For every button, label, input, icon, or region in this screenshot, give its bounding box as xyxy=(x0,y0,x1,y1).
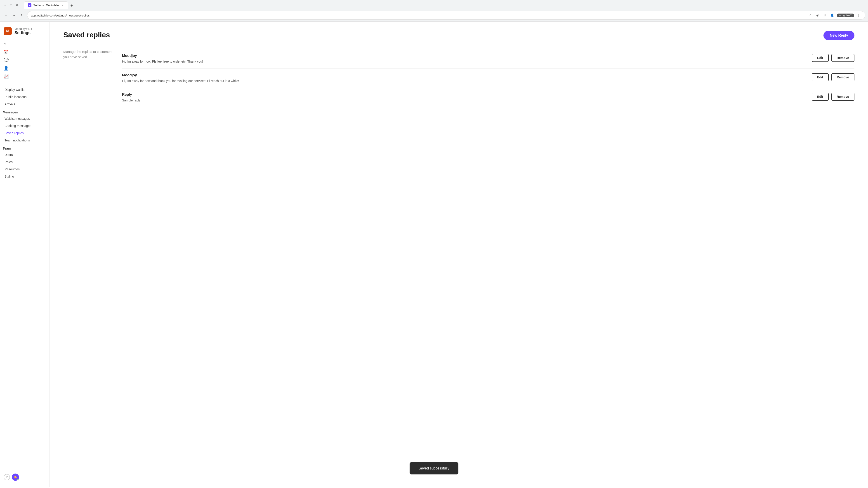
reply-name-2: Moodjoy xyxy=(122,73,807,77)
sidebar-item-resources[interactable]: Resources xyxy=(2,166,48,173)
reply-name-3: Reply xyxy=(122,93,807,97)
new-reply-button[interactable]: New Reply xyxy=(824,31,855,40)
reply-actions-3: Edit Remove xyxy=(812,93,855,101)
menu-icon[interactable]: ⋮ xyxy=(856,13,862,18)
new-tab-button[interactable]: + xyxy=(68,2,75,9)
reply-content-3: Reply Sample reply xyxy=(122,93,807,103)
forward-button[interactable]: → xyxy=(11,12,17,19)
address-bar-icons: ☆ ☯ ⇓ 👤 Incognito (2) ⋮ xyxy=(808,13,862,18)
sidebar-item-users[interactable]: Users xyxy=(2,151,48,158)
account-label: Moodjoy7434 xyxy=(14,27,32,31)
logo-info: Moodjoy7434 Settings xyxy=(14,27,32,35)
online-status-dot xyxy=(17,479,19,481)
messages-section-title: Messages xyxy=(0,108,50,115)
styling-nav: Styling xyxy=(0,173,50,180)
sidebar-item-arrivals[interactable]: Arrivals xyxy=(2,101,48,108)
main-content: Saved replies New Reply Manage the repli… xyxy=(50,22,868,487)
app-layout: M Moodjoy7434 Settings ⌂ 📅 💬 👤 📈 Display… xyxy=(0,22,868,487)
team-section-title: Team xyxy=(0,144,50,151)
reply-text-2: Hi, I'm away for now and thank you for a… xyxy=(122,78,807,84)
reply-item: Moodjoy Hi, I'm away for now. Pls feel f… xyxy=(122,49,855,69)
remove-button-2[interactable]: Remove xyxy=(831,73,855,81)
reply-actions-2: Edit Remove xyxy=(812,73,855,81)
browser-chrome: – □ ✕ M Settings | Waitwhile ✕ + ← → ↻ a… xyxy=(0,0,868,22)
remove-button-1[interactable]: Remove xyxy=(831,54,855,62)
edit-button-1[interactable]: Edit xyxy=(812,54,829,62)
logo-avatar: M xyxy=(4,27,12,35)
content-description: Manage the replies to customers you have… xyxy=(63,49,113,107)
tab-favicon: M xyxy=(28,3,31,7)
url-text: app.waitwhile.com/settings/messages/repl… xyxy=(31,14,90,17)
messages-nav: Waitlist messages Booking messages Saved… xyxy=(0,115,50,144)
window-controls: – □ ✕ xyxy=(3,3,20,8)
bookmark-icon[interactable]: ☆ xyxy=(808,13,813,18)
settings-title: Settings xyxy=(14,31,32,35)
sidebar-icon-calendar[interactable]: 📅 xyxy=(0,48,50,56)
reply-item: Reply Sample reply Edit Remove xyxy=(122,88,855,107)
page-header: Saved replies New Reply xyxy=(63,31,855,40)
reload-button[interactable]: ↻ xyxy=(19,12,25,19)
reply-actions-1: Edit Remove xyxy=(812,54,855,62)
tab-close-button[interactable]: ✕ xyxy=(61,3,64,7)
replies-list: Moodjoy Hi, I'm away for now. Pls feel f… xyxy=(122,49,855,107)
reply-item: Moodjoy Hi, I'm away for now and thank y… xyxy=(122,69,855,88)
toast-message: Saved successfully xyxy=(418,466,450,470)
team-nav: Users Roles Resources xyxy=(0,151,50,173)
sidebar-item-booking-messages[interactable]: Booking messages xyxy=(2,122,48,129)
address-bar-row: ← → ↻ app.waitwhile.com/settings/message… xyxy=(0,10,868,22)
reply-content-1: Moodjoy Hi, I'm away for now. Pls feel f… xyxy=(122,54,807,64)
sidebar-logo: M Moodjoy7434 Settings xyxy=(0,25,50,40)
content-body: Manage the replies to customers you have… xyxy=(63,49,855,107)
sidebar-icon-analytics[interactable]: 📈 xyxy=(0,72,50,80)
reply-name-1: Moodjoy xyxy=(122,54,807,58)
back-button[interactable]: ← xyxy=(3,12,9,19)
address-bar[interactable]: app.waitwhile.com/settings/messages/repl… xyxy=(27,11,865,20)
toast-notification: Saved successfully xyxy=(410,462,458,475)
sidebar-item-display-waitlist[interactable]: Display waitlist xyxy=(2,86,48,93)
sidebar-item-public-locations[interactable]: Public locations xyxy=(2,93,48,101)
remove-button-3[interactable]: Remove xyxy=(831,93,855,101)
sidebar-icon-team[interactable]: 👤 xyxy=(0,64,50,72)
incognito-badge: Incognito (2) xyxy=(837,13,854,17)
sidebar-nav: Display waitlist Public locations Arriva… xyxy=(0,86,50,108)
edit-button-2[interactable]: Edit xyxy=(812,73,829,81)
browser-titlebar: – □ ✕ M Settings | Waitwhile ✕ + xyxy=(0,0,868,10)
sidebar-icon-messages[interactable]: 💬 xyxy=(0,56,50,64)
sidebar-item-styling[interactable]: Styling xyxy=(2,173,48,180)
sidebar: M Moodjoy7434 Settings ⌂ 📅 💬 👤 📈 Display… xyxy=(0,22,50,487)
extensions-icon[interactable]: ☯ xyxy=(815,13,820,18)
tab-bar: M Settings | Waitwhile ✕ + xyxy=(21,1,78,9)
sidebar-bottom: ? 🎨 xyxy=(0,471,50,484)
sidebar-item-roles[interactable]: Roles xyxy=(2,158,48,166)
sidebar-item-saved-replies[interactable]: Saved replies xyxy=(2,129,48,137)
download-icon[interactable]: ⇓ xyxy=(822,13,828,18)
close-button[interactable]: ✕ xyxy=(14,3,20,8)
edit-button-3[interactable]: Edit xyxy=(812,93,829,101)
profile-icon[interactable]: 👤 xyxy=(830,13,835,18)
sidebar-icon-home[interactable]: ⌂ xyxy=(0,40,50,48)
page-title: Saved replies xyxy=(63,31,110,39)
maximize-button[interactable]: □ xyxy=(8,3,13,8)
help-icon[interactable]: ? xyxy=(4,474,10,480)
reply-text-3: Sample reply xyxy=(122,98,807,103)
tab-title: Settings | Waitwhile xyxy=(33,4,59,7)
reply-content-2: Moodjoy Hi, I'm away for now and thank y… xyxy=(122,73,807,84)
minimize-button[interactable]: – xyxy=(3,3,8,8)
sidebar-icon-nav: ⌂ 📅 💬 👤 📈 xyxy=(0,40,50,84)
reply-text-1: Hi, I'm away for now. Pls feel free to o… xyxy=(122,59,807,64)
active-tab[interactable]: M Settings | Waitwhile ✕ xyxy=(24,1,68,9)
user-avatar[interactable]: 🎨 xyxy=(12,474,19,481)
sidebar-item-team-notifications[interactable]: Team notifications xyxy=(2,137,48,144)
sidebar-item-waitlist-messages[interactable]: Waitlist messages xyxy=(2,115,48,122)
